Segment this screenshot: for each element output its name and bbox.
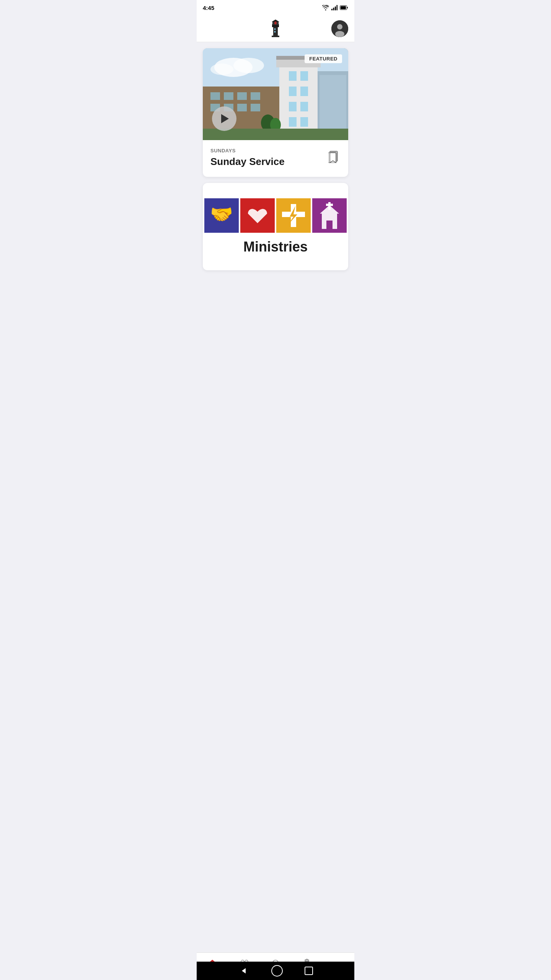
bookmark-icon bbox=[328, 150, 339, 163]
svg-rect-39 bbox=[289, 102, 297, 111]
card-text: SUNDAYS Sunday Service bbox=[210, 148, 327, 168]
svg-text:🤝: 🤝 bbox=[210, 203, 233, 225]
svg-rect-3 bbox=[337, 5, 338, 10]
system-back-button[interactable] bbox=[238, 965, 249, 977]
svg-rect-25 bbox=[224, 92, 233, 100]
svg-rect-0 bbox=[331, 9, 333, 10]
app-header bbox=[197, 15, 354, 42]
svg-point-21 bbox=[210, 64, 233, 75]
ministries-logo: 🤝 bbox=[204, 198, 347, 255]
heart-icon bbox=[240, 198, 275, 233]
system-recents-button[interactable] bbox=[305, 967, 313, 975]
ministries-card: 🤝 bbox=[203, 183, 348, 270]
status-time: 4:45 bbox=[203, 5, 214, 11]
svg-rect-61 bbox=[326, 204, 333, 206]
svg-point-15 bbox=[337, 24, 342, 29]
svg-rect-11 bbox=[274, 31, 276, 33]
svg-rect-5 bbox=[341, 6, 346, 9]
play-triangle-icon bbox=[221, 114, 229, 123]
fellowship-icon: 🤝 bbox=[204, 198, 239, 233]
svg-rect-24 bbox=[210, 92, 220, 100]
svg-rect-26 bbox=[237, 92, 247, 100]
app-logo bbox=[268, 19, 283, 39]
svg-rect-62 bbox=[326, 220, 333, 229]
cross-icon bbox=[276, 198, 311, 233]
svg-rect-41 bbox=[289, 117, 297, 127]
system-home-button[interactable] bbox=[271, 965, 283, 977]
card-info: SUNDAYS Sunday Service bbox=[203, 140, 348, 177]
featured-image: FEATURED bbox=[203, 48, 348, 140]
svg-rect-32 bbox=[279, 60, 318, 140]
svg-rect-35 bbox=[289, 71, 297, 81]
play-button[interactable] bbox=[212, 106, 236, 131]
signal-icon bbox=[331, 5, 337, 10]
status-icons bbox=[322, 5, 348, 10]
battery-icon bbox=[340, 5, 348, 10]
svg-point-12 bbox=[274, 21, 277, 24]
svg-rect-40 bbox=[300, 102, 308, 111]
ministries-icons-row: 🤝 bbox=[204, 198, 347, 233]
profile-button[interactable] bbox=[331, 20, 348, 37]
svg-rect-42 bbox=[300, 117, 308, 127]
lighthouse-logo-icon bbox=[268, 19, 283, 39]
svg-point-20 bbox=[233, 58, 264, 73]
svg-point-16 bbox=[335, 31, 344, 37]
svg-rect-1 bbox=[333, 8, 334, 10]
card-title: Sunday Service bbox=[210, 156, 327, 168]
svg-rect-13 bbox=[272, 36, 279, 37]
svg-rect-2 bbox=[335, 7, 336, 10]
svg-rect-44 bbox=[320, 75, 346, 136]
svg-rect-36 bbox=[300, 71, 308, 81]
svg-rect-10 bbox=[274, 28, 276, 30]
system-nav-bar bbox=[197, 962, 354, 980]
featured-badge: FEATURED bbox=[305, 54, 342, 63]
svg-rect-30 bbox=[237, 104, 247, 111]
wifi-icon bbox=[322, 5, 329, 10]
bookmark-button[interactable] bbox=[327, 149, 341, 165]
svg-rect-27 bbox=[251, 92, 260, 100]
svg-marker-68 bbox=[305, 959, 309, 960]
status-bar: 4:45 bbox=[197, 0, 354, 15]
svg-marker-70 bbox=[242, 968, 246, 973]
card-subtitle: SUNDAYS bbox=[210, 148, 327, 154]
svg-rect-37 bbox=[289, 87, 297, 96]
church-icon bbox=[312, 198, 347, 233]
ministries-text: Ministries bbox=[243, 239, 308, 255]
profile-icon bbox=[331, 20, 348, 37]
svg-rect-31 bbox=[251, 104, 260, 111]
featured-card: FEATURED SUNDAYS Sunday Service bbox=[203, 48, 348, 177]
main-content: FEATURED SUNDAYS Sunday Service bbox=[197, 42, 354, 301]
svg-rect-38 bbox=[300, 87, 308, 96]
